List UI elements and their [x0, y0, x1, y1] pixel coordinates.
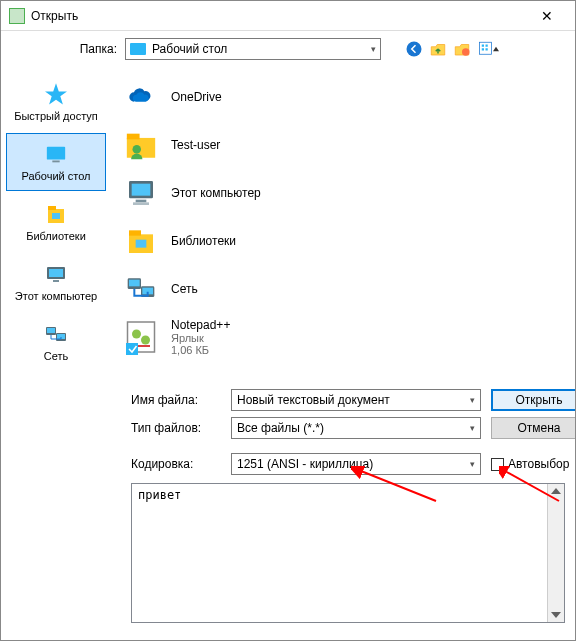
file-item-user[interactable]: Test-user: [115, 121, 571, 169]
svg-rect-6: [486, 48, 488, 50]
onedrive-icon: [121, 77, 161, 117]
encoding-row: Кодировка: 1251 (ANSI - кириллица) ▾ Авт…: [1, 445, 575, 479]
toolbar: [405, 40, 503, 58]
filename-value: Новый текстовый документ: [237, 393, 470, 407]
close-button[interactable]: ✕: [527, 2, 567, 30]
svg-rect-16: [47, 328, 55, 333]
cancel-button[interactable]: Отмена: [491, 417, 576, 439]
desktop-icon: [41, 142, 71, 168]
folder-select-value: Рабочий стол: [152, 42, 371, 56]
file-name: Notepad++: [171, 318, 230, 332]
new-folder-button[interactable]: [453, 40, 471, 58]
network-icon: [121, 269, 161, 309]
folder-row: Папка: Рабочий стол ▾: [1, 31, 575, 67]
svg-rect-30: [129, 280, 140, 287]
preview-text: привет: [132, 484, 564, 506]
svg-rect-36: [126, 343, 138, 355]
views-button[interactable]: [477, 40, 503, 58]
file-name: Test-user: [171, 138, 220, 152]
file-item-libraries[interactable]: Библиотеки: [115, 217, 571, 265]
encoding-value: 1251 (ANSI - кириллица): [237, 457, 470, 471]
folder-select[interactable]: Рабочий стол ▾: [125, 38, 381, 60]
svg-rect-5: [482, 48, 484, 50]
file-size: 1,06 КБ: [171, 344, 230, 356]
auto-checkbox-wrap[interactable]: Автовыбор: [491, 457, 576, 471]
chevron-down-icon: ▾: [371, 44, 376, 54]
place-desktop[interactable]: Рабочий стол: [6, 133, 106, 191]
back-button[interactable]: [405, 40, 423, 58]
titlebar: Открыть ✕: [1, 1, 575, 31]
svg-rect-24: [136, 200, 147, 203]
encoding-label: Кодировка:: [131, 457, 221, 471]
svg-rect-27: [129, 230, 141, 235]
encoding-select[interactable]: 1251 (ANSI - кириллица) ▾: [231, 453, 481, 475]
place-label: Этот компьютер: [15, 290, 97, 302]
chevron-down-icon: ▾: [470, 395, 475, 405]
scrollbar[interactable]: [547, 484, 564, 622]
file-name: OneDrive: [171, 90, 222, 104]
computer-icon: [41, 262, 71, 288]
libraries-icon: [121, 221, 161, 261]
notepadpp-icon: [121, 317, 161, 357]
svg-rect-23: [132, 184, 151, 196]
svg-point-21: [133, 145, 142, 154]
user-folder-icon: [121, 125, 161, 165]
place-network[interactable]: Сеть: [6, 313, 106, 371]
place-label: Библиотеки: [26, 230, 86, 242]
file-list[interactable]: OneDrive Test-user Этот компьютер Библио…: [111, 67, 575, 383]
svg-rect-28: [136, 240, 147, 248]
place-label: Рабочий стол: [21, 170, 90, 182]
file-item-network[interactable]: Сеть: [115, 265, 571, 313]
file-type: Ярлык: [171, 332, 230, 344]
svg-point-0: [407, 42, 422, 57]
filetype-select[interactable]: Все файлы (*.*) ▾: [231, 417, 481, 439]
svg-rect-11: [52, 213, 60, 219]
place-libraries[interactable]: Библиотеки: [6, 193, 106, 251]
file-name: Этот компьютер: [171, 186, 261, 200]
file-item-onedrive[interactable]: OneDrive: [115, 73, 571, 121]
star-icon: [41, 82, 71, 108]
auto-checkbox[interactable]: [491, 458, 504, 471]
filetype-value: Все файлы (*.*): [237, 421, 470, 435]
file-item-this-pc[interactable]: Этот компьютер: [115, 169, 571, 217]
svg-rect-7: [47, 147, 65, 160]
file-item-notepadpp[interactable]: Notepad++ Ярлык 1,06 КБ: [115, 313, 571, 361]
places-bar: Быстрый доступ Рабочий стол Библиотеки Э…: [1, 67, 111, 383]
svg-rect-10: [48, 206, 56, 210]
svg-point-35: [141, 336, 150, 345]
svg-rect-20: [127, 134, 140, 140]
auto-label: Автовыбор: [508, 457, 569, 471]
place-label: Быстрый доступ: [14, 110, 98, 122]
chevron-down-icon: ▾: [470, 423, 475, 433]
chevron-down-icon: ▾: [470, 459, 475, 469]
svg-point-1: [462, 48, 470, 56]
svg-point-34: [132, 330, 141, 339]
svg-rect-4: [486, 45, 488, 47]
file-name: Сеть: [171, 282, 198, 296]
place-quick-access[interactable]: Быстрый доступ: [6, 73, 106, 131]
svg-rect-25: [133, 202, 149, 205]
file-name: Библиотеки: [171, 234, 236, 248]
svg-rect-19: [127, 138, 155, 158]
form-area: Имя файла: Новый текстовый документ ▾ От…: [1, 383, 575, 445]
network-icon: [41, 322, 71, 348]
up-button[interactable]: [429, 40, 447, 58]
svg-rect-8: [52, 161, 59, 163]
svg-rect-3: [482, 45, 484, 47]
open-button[interactable]: Открыть: [491, 389, 576, 411]
svg-rect-13: [49, 269, 63, 277]
desktop-icon: [130, 43, 146, 55]
svg-rect-14: [53, 280, 59, 282]
app-icon: [9, 8, 25, 24]
preview-pane: привет: [131, 483, 565, 623]
computer-icon: [121, 173, 161, 213]
place-this-pc[interactable]: Этот компьютер: [6, 253, 106, 311]
filename-combo[interactable]: Новый текстовый документ ▾: [231, 389, 481, 411]
folder-label: Папка:: [71, 42, 117, 56]
libraries-icon: [41, 202, 71, 228]
window-title: Открыть: [31, 9, 527, 23]
filename-label: Имя файла:: [131, 393, 221, 407]
place-label: Сеть: [44, 350, 68, 362]
filetype-label: Тип файлов:: [131, 421, 221, 435]
main-area: Быстрый доступ Рабочий стол Библиотеки Э…: [1, 67, 575, 383]
